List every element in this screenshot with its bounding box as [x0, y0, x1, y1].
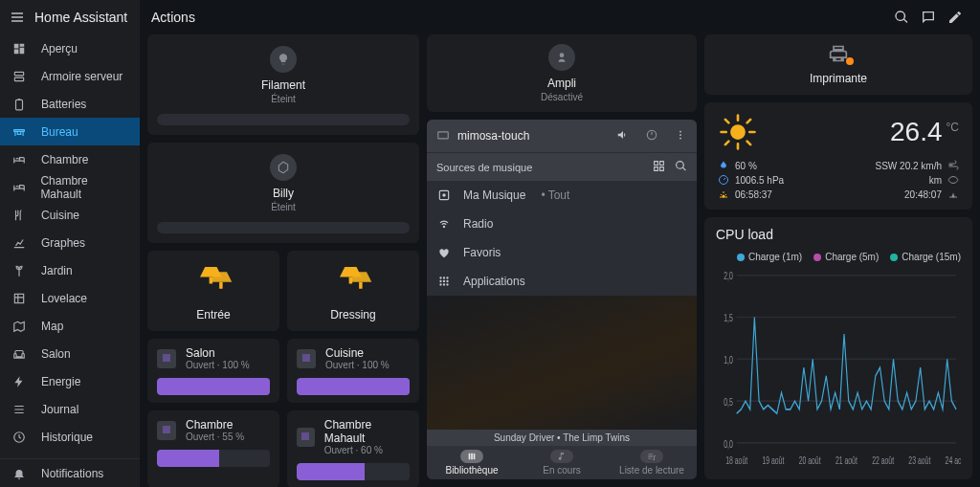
sidebar-item-label: Jardin — [41, 264, 73, 277]
svg-text:22 août: 22 août — [872, 454, 894, 466]
cpu-card[interactable]: CPU load Charge (1m)Charge (5m)Charge (1… — [704, 217, 972, 479]
cover-chambre[interactable]: ChambreOuvert · 55 % — [147, 410, 279, 487]
sidebar-item-armoire-serveur[interactable]: Armoire serveur — [0, 62, 140, 90]
sidebar-item-label: Salon — [41, 347, 71, 361]
sidebar-list: AperçuArmoire serveurBatteriesBureauCham… — [0, 34, 140, 458]
cover-state: Ouvert · 55 % — [186, 432, 244, 442]
sidebar-item-label: Armoire serveur — [41, 70, 122, 83]
sidebar-item-batteries[interactable]: Batteries — [0, 90, 140, 118]
svg-point-15 — [443, 277, 445, 278]
cover-slider[interactable] — [157, 450, 270, 467]
svg-point-26 — [952, 195, 955, 198]
topbar: Actions — [140, 0, 980, 34]
search-music-button[interactable] — [675, 160, 687, 174]
volume-button[interactable] — [616, 128, 630, 144]
music-nav-applications[interactable]: Applications — [427, 267, 697, 296]
grid-view-button[interactable] — [653, 160, 665, 174]
music-nav-radio[interactable]: Radio — [427, 210, 697, 238]
svg-point-22 — [446, 283, 448, 285]
chart-icon — [11, 235, 27, 251]
tab-playlist[interactable]: Liste de lecture — [607, 446, 697, 479]
music-body — [427, 296, 697, 430]
heart-icon — [436, 246, 452, 259]
music-nav-ma-musique[interactable]: Ma Musique• Tout — [427, 181, 697, 210]
radio-icon — [436, 217, 452, 231]
light-filament-card[interactable]: Filament Éteint — [147, 34, 419, 135]
svg-rect-1 — [14, 77, 23, 81]
printer-name: Imprimante — [810, 72, 867, 85]
music-nav-label: Radio — [463, 217, 493, 231]
tab-library[interactable]: Bibliothèque — [427, 446, 517, 479]
printer-card[interactable]: Imprimante — [704, 34, 972, 95]
svg-point-20 — [439, 283, 441, 285]
more-button[interactable] — [674, 128, 687, 144]
sidebar-item-label: Lovelace — [41, 292, 87, 305]
sidebar-item-chambre[interactable]: Chambre — [0, 145, 140, 173]
power-button[interactable] — [645, 128, 658, 144]
humidity: 60 % — [735, 161, 757, 171]
sofa-icon — [11, 346, 27, 362]
wind: SSW 20.2 km/h — [876, 161, 942, 171]
sidebar-item-salon[interactable]: Salon — [0, 340, 140, 367]
svg-point-8 — [679, 130, 681, 132]
ampli-card[interactable]: Ampli Désactivé — [427, 34, 697, 112]
sidebar-item-bureau[interactable]: Bureau — [0, 118, 140, 145]
sidebar-item-map[interactable]: Map — [0, 312, 140, 340]
sidebar-item-lovelace[interactable]: Lovelace — [0, 284, 140, 312]
cover-state: Ouvert · 100 % — [325, 360, 390, 370]
eye-icon — [947, 174, 959, 186]
svg-point-25 — [723, 195, 725, 198]
light-billy-card[interactable]: Billy Éteint — [147, 143, 419, 243]
search-button[interactable] — [888, 4, 915, 31]
cover-chambre-mahault[interactable]: Chambre MahaultOuvert · 60 % — [287, 410, 419, 487]
kitchen-icon — [11, 208, 27, 223]
sidebar-item-label: Notifications — [41, 467, 103, 480]
sidebar-item-chambre-mahault[interactable]: Chambre Mahault — [0, 173, 140, 201]
sidebar-item-aperçu[interactable]: Aperçu — [0, 34, 140, 62]
edit-button[interactable] — [942, 4, 969, 31]
svg-rect-4 — [14, 294, 23, 302]
sidebar-item-jardin[interactable]: Jardin — [0, 256, 140, 284]
hex-icon — [270, 154, 297, 181]
bulb-icon — [270, 46, 297, 73]
chat-button[interactable] — [915, 4, 942, 31]
light-state: Éteint — [271, 94, 296, 104]
music-nav-favoris[interactable]: Favoris — [427, 238, 697, 267]
sidebar-item-label: Graphes — [41, 236, 85, 250]
apps-icon — [436, 275, 452, 288]
svg-point-12 — [442, 193, 446, 197]
scene-entree[interactable]: Entrée — [147, 251, 279, 331]
sidebar-item-cuisine[interactable]: Cuisine — [0, 201, 140, 229]
cover-slider[interactable] — [157, 378, 270, 395]
sidebar-notifications[interactable]: Notifications — [0, 459, 140, 487]
sidebar-header[interactable]: Home Assistant — [0, 0, 140, 34]
sidebar-item-historique[interactable]: Historique — [0, 423, 140, 451]
scene-dressing[interactable]: Dressing — [287, 251, 419, 331]
droplet-icon — [718, 160, 729, 171]
sidebar-item-energie[interactable]: Energie — [0, 367, 140, 395]
sidebar-item-journal[interactable]: Journal — [0, 395, 140, 423]
now-playing[interactable]: Sunday Driver • The Limp Twins — [427, 430, 697, 446]
battery-icon — [11, 97, 27, 112]
weather-card[interactable]: 26.4°C 60 % SSW 20.2 km/h 1006.5 hPa km … — [704, 102, 972, 210]
cover-salon[interactable]: SalonOuvert · 100 % — [147, 339, 279, 403]
sidebar-item-label: Chambre Mahault — [40, 174, 128, 201]
sidebar-item-graphes[interactable]: Graphes — [0, 229, 140, 256]
temp-unit: °C — [947, 121, 959, 134]
scene-label: Entrée — [196, 308, 230, 321]
pressure: 1006.5 hPa — [735, 175, 784, 186]
sidebar-item-label: Bureau — [41, 125, 78, 139]
cover-cuisine[interactable]: CuisineOuvert · 100 % — [287, 339, 419, 403]
brightness-slider[interactable] — [157, 222, 410, 233]
cpu-legend: Charge (1m)Charge (5m)Charge (15m) — [716, 252, 961, 262]
library-icon — [436, 188, 452, 202]
sidebar-item-label: Chambre — [41, 153, 88, 166]
dashboard-icon — [11, 41, 27, 56]
music-device: mimosa-touch — [457, 129, 529, 143]
cover-slider[interactable] — [297, 463, 410, 480]
svg-text:19 août: 19 août — [762, 454, 784, 466]
tab-playing[interactable]: En cours — [517, 446, 607, 479]
cover-slider[interactable] — [297, 378, 410, 395]
cpu-title: CPU load — [716, 227, 961, 242]
brightness-slider[interactable] — [157, 114, 410, 125]
